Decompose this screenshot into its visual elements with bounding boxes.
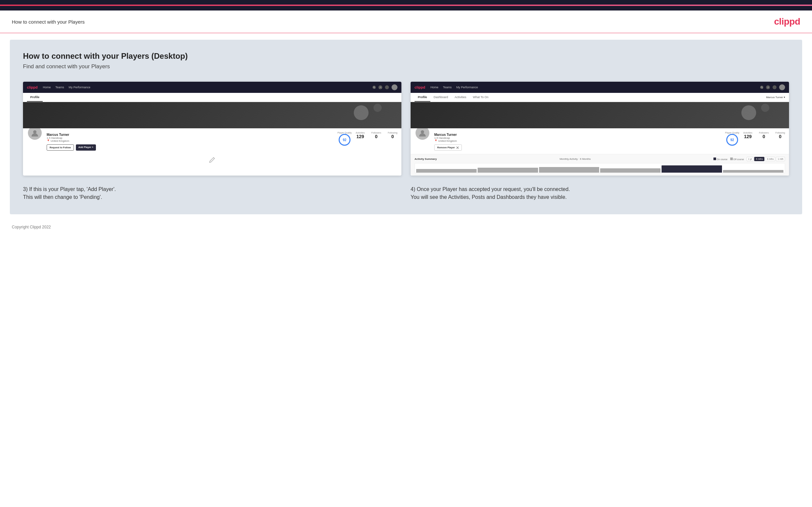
quality-label-2: Player Quality <box>725 131 740 134</box>
banner-circle-2 <box>742 105 756 120</box>
description-col-2: 4) Once your Player has accepted your re… <box>411 185 789 201</box>
mock-nav-1: clippd Home Teams My Performance <box>23 82 401 93</box>
quality-label-1: Player Quality <box>337 131 352 134</box>
mock-nav-2: clippd Home Teams My Performance <box>411 82 789 93</box>
stat-following-1: Following 0 <box>388 131 398 139</box>
stat-activities-2: Activities 129 <box>743 131 753 139</box>
legend-on-course: On course <box>713 158 727 161</box>
chart-bar-6 <box>723 170 783 173</box>
request-follow-button[interactable]: Request to Follow <box>47 145 74 151</box>
mock-nav-performance-2: My Performance <box>456 86 478 89</box>
mock-tab-profile-2[interactable]: Profile <box>414 93 430 102</box>
time-btn-1mth[interactable]: 1 mth <box>776 157 785 161</box>
mock-buttons-2: Remove Player <box>434 145 718 151</box>
time-btn-1yr[interactable]: 1 yr <box>747 157 754 161</box>
screenshot-2: clippd Home Teams My Performance <box>411 82 789 176</box>
mock-nav-teams-1: Teams <box>55 86 64 89</box>
avatar-icon-2 <box>779 84 785 90</box>
settings-icon-1 <box>385 85 389 89</box>
stat-following-2: Following 0 <box>775 131 785 139</box>
mock-player-location-1: 📍United Kingdom <box>47 139 330 143</box>
mock-stats-2: Activities 129 Followers 0 Following 0 <box>743 131 785 139</box>
copyright-text: Copyright Clippd 2022 <box>12 225 51 229</box>
svg-point-3 <box>33 130 37 133</box>
mock-tab-whattoon-2[interactable]: What To On <box>470 93 492 102</box>
activity-title: Activity Summary <box>414 158 437 161</box>
page-header: How to connect with your Players clippd <box>0 10 812 33</box>
banner-circle2-1 <box>373 104 382 112</box>
mock-tab-profile-1[interactable]: Profile <box>27 93 43 102</box>
activity-chart <box>414 163 785 173</box>
mock-banner-1 <box>23 102 401 128</box>
user-icon-1 <box>378 85 383 89</box>
mock-nav-home-2: Home <box>430 86 438 89</box>
search-icon-1 <box>372 86 376 89</box>
activity-header: Activity Summary Monthly Activity · 6 Mo… <box>414 157 785 161</box>
top-bar <box>0 0 812 10</box>
page-header-title: How to connect with your Players <box>12 19 85 24</box>
stat-activities-1: Activities 129 <box>356 131 365 139</box>
time-btn-3mths[interactable]: 3 mths <box>765 157 775 161</box>
description-col-1: 3) If this is your Player tap, 'Add Play… <box>23 185 401 201</box>
add-player-button[interactable]: Add Player + <box>76 145 96 151</box>
svg-point-7 <box>421 130 424 133</box>
screenshots-row: clippd Home Teams My Performance <box>23 82 789 176</box>
mock-player-name-1: Marcus Turner <box>47 133 330 136</box>
mock-nav-items-2: Home Teams My Performance <box>430 86 760 89</box>
description-text-1: 3) If this is your Player tap, 'Add Play… <box>23 185 401 201</box>
main-title: How to connect with your Players (Deskto… <box>23 52 789 61</box>
mock-profile-info-1: Marcus Turner 1-5 Handicap 📍United Kingd… <box>47 133 330 151</box>
mock-tab-dashboard-2[interactable]: Dashboard <box>430 93 451 102</box>
chart-bar-5 <box>662 165 722 173</box>
mock-stats-1: Activities 129 Followers 0 Following 0 <box>356 131 398 139</box>
mock-player-handicap-1: 1-5 Handicap <box>47 136 330 139</box>
time-btn-6mths[interactable]: 6 mths <box>754 157 764 161</box>
quality-section-1: Player Quality 92 <box>337 131 352 146</box>
mock-tabs-1: Profile <box>23 93 401 102</box>
activity-subtitle: Monthly Activity · 6 Months <box>560 158 591 161</box>
legend-off-course: Off course <box>730 158 744 161</box>
mock-profile-section-2: Marcus Turner 1-5 Handicap 📍United Kingd… <box>411 128 789 154</box>
search-icon-2 <box>760 86 763 89</box>
time-buttons: 1 yr 6 mths 3 mths 1 mth <box>747 157 785 161</box>
edit-icon-area <box>23 154 401 166</box>
svg-line-1 <box>374 88 375 88</box>
quality-circle-1: 92 <box>339 134 351 146</box>
chart-bar-2 <box>477 168 538 173</box>
description-text-2: 4) Once your Player has accepted your re… <box>411 185 789 201</box>
mock-tab-activities-2[interactable]: Activities <box>451 93 470 102</box>
description-row: 3) If this is your Player tap, 'Add Play… <box>23 185 789 201</box>
stat-followers-1: Followers 0 <box>371 131 381 139</box>
svg-point-0 <box>373 86 374 88</box>
quality-circle-2: 92 <box>726 134 738 146</box>
svg-line-5 <box>762 88 763 88</box>
mock-player-handicap-2: 1-5 Handicap <box>434 136 718 139</box>
avatar-icon-1 <box>392 84 398 90</box>
banner-circle2-2 <box>761 104 769 112</box>
mock-player-location-2: 📍United Kingdom <box>434 139 718 143</box>
mock-nav-performance-1: My Performance <box>69 86 90 89</box>
mock-user-selector[interactable]: Marcus Turner ▾ <box>766 96 785 99</box>
mock-nav-teams-2: Teams <box>443 86 452 89</box>
mock-banner-2 <box>411 102 789 128</box>
main-content: How to connect with your Players (Deskto… <box>10 40 802 214</box>
mock-nav-items-1: Home Teams My Performance <box>43 86 372 89</box>
mock-tabs-left-2: Profile Dashboard Activities What To On <box>414 93 492 102</box>
mock-logo-2: clippd <box>414 85 425 89</box>
mock-nav-icons-1 <box>372 84 398 90</box>
banner-circle-1 <box>354 105 368 120</box>
on-course-dot <box>713 158 716 160</box>
mock-app-1: clippd Home Teams My Performance <box>23 82 401 166</box>
svg-point-4 <box>761 86 762 88</box>
remove-player-button[interactable]: Remove Player <box>434 145 462 151</box>
mock-buttons-1: Request to Follow Add Player + <box>47 145 330 151</box>
mock-logo-1: clippd <box>27 85 38 89</box>
chart-bar-4 <box>600 168 661 173</box>
activity-legend: On course Off course 1 yr 6 mths 3 mths … <box>713 157 785 161</box>
clippd-logo: clippd <box>774 16 800 27</box>
activity-summary: Activity Summary Monthly Activity · 6 Mo… <box>411 154 789 176</box>
main-subtitle: Find and connect with your Players <box>23 63 789 70</box>
quality-section-2: Player Quality 92 <box>725 131 740 146</box>
settings-icon-2 <box>773 85 776 89</box>
mock-app-2: clippd Home Teams My Performance <box>411 82 789 176</box>
